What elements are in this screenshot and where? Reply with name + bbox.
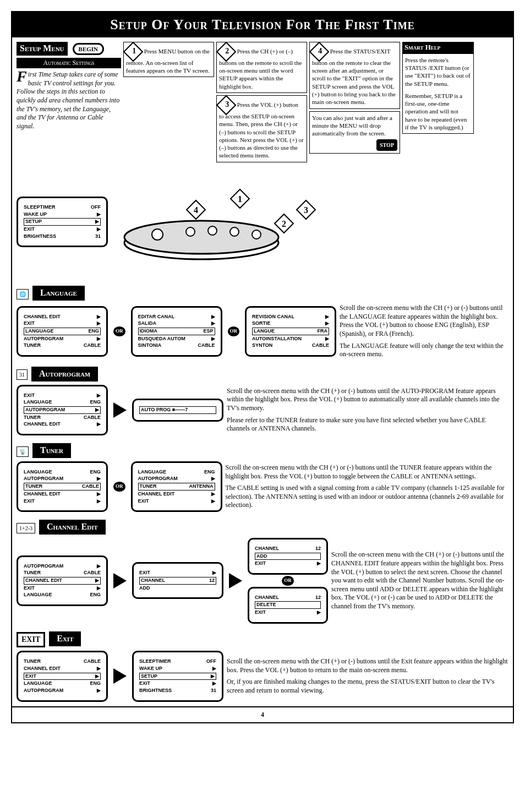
begin-badge: BEGIN <box>73 43 104 55</box>
channel-edit-screen-add: CHANNEL12 ADD EXIT▶ <box>248 538 328 575</box>
svg-point-2 <box>152 229 163 240</box>
autoprogram-title: Autoprogram <box>31 367 98 382</box>
autoprogram-screen-2: AUTO PROG ■——7 <box>132 399 223 422</box>
svg-point-5 <box>230 227 239 236</box>
autoprogram-icon: 31 <box>17 369 28 380</box>
tuner-title: Tuner <box>32 443 71 458</box>
channel-edit-screen-delete: CHANNEL12 DELETE EXIT▶ <box>248 587 328 624</box>
arrow-icon <box>229 573 242 588</box>
language-text-1: Scroll the on-screen menu with the CH (+… <box>340 304 508 338</box>
smart-help-title: Smart Help <box>402 42 474 53</box>
language-screen-esp: EDITAR CANAL▶ SALIDA▶ IDIOMAESP BUSQUEDA… <box>131 306 222 357</box>
tuner-text-2: The CABLE setting is used with a signal … <box>226 484 509 510</box>
svg-point-4 <box>208 226 217 235</box>
svg-text:1: 1 <box>238 194 242 204</box>
exit-screen-2: SLEEPTIMEROFF WAKE UP▶ SETUP▶ EXIT▶ BRIG… <box>132 651 223 701</box>
step-1-box: 1 Press MENU button on the remote. An on… <box>123 42 214 78</box>
svg-text:3: 3 <box>304 205 308 215</box>
page-number: 4 <box>12 706 513 723</box>
language-text-2: The LANGUAGE feature will only change th… <box>340 342 508 359</box>
language-icon: 🌐 <box>17 289 29 299</box>
exit-text-1: Scroll the on-screen menu with the CH (+… <box>227 657 508 674</box>
step-3-icon: 3 <box>216 95 237 116</box>
step-2-box: 2 Press the CH (+) or (–) buttons on the… <box>216 42 307 93</box>
exit-text-2: Or, if you are finished making changes t… <box>227 678 508 695</box>
exit-title: Exit <box>49 631 81 646</box>
svg-point-3 <box>186 227 195 236</box>
channel-edit-text: Scroll the on-screen menu with the CH (+… <box>331 551 508 611</box>
remote-illustration: 1 2 3 4 <box>113 171 333 273</box>
setup-menu-screen: SLEEPTIMEROFF WAKE UP▶ SETUP▶ EXIT▶ BRIG… <box>17 197 108 247</box>
or-badge: OR <box>282 576 294 586</box>
intro-text: First Time Setup takes care of some basi… <box>17 70 121 130</box>
language-title: Language <box>32 286 85 301</box>
arrow-icon <box>113 402 127 418</box>
channel-edit-screen-2: EXIT▶ CHANNEL12 ADD <box>132 562 223 599</box>
help-text-1: Press the remote's STATUS /EXIT button (… <box>405 56 471 88</box>
or-badge: OR <box>113 326 125 336</box>
exit-icon: EXIT <box>17 632 45 647</box>
tuner-screen-antenna: LANGUAGEENG AUTOPROGRAM▶ TUNERANTENNA CH… <box>131 461 222 512</box>
step-4-box: 4 Press the STATUS/EXIT button on the re… <box>309 42 400 109</box>
arrow-icon <box>113 573 127 588</box>
setup-menu-heading: Setup Menu <box>17 42 68 56</box>
autoprogram-text-1: Scroll the on-screen menu with the CH (+… <box>227 387 508 413</box>
page-title: Setup Of Your Television For The First T… <box>12 12 513 37</box>
svg-text:4: 4 <box>194 205 198 215</box>
help-text-2: Remember, SETUP is a first-use, one-time… <box>405 92 471 131</box>
tuner-text-1: Scroll the on-screen menu with the CH (+… <box>226 464 509 481</box>
tuner-icon: 📡 <box>17 446 29 457</box>
stop-badge: STOP <box>376 139 397 151</box>
svg-text:2: 2 <box>282 219 286 228</box>
arrow-icon <box>113 668 127 684</box>
exit-screen-1: TUNERCABLE CHANNEL EDIT▶ EXIT▶ LANGUAGEE… <box>17 651 108 701</box>
step-2-icon: 2 <box>216 41 237 62</box>
step-1-icon: 1 <box>123 41 144 62</box>
step-4-icon: 4 <box>309 41 330 62</box>
automatic-settings-heading: Automatic Settings <box>17 58 121 69</box>
autoprogram-text-2: Please refer to the TUNER feature to mak… <box>227 416 508 433</box>
language-screen-eng: CHANNEL EDIT▶ EXIT▶ LANGUAGEENG AUTOPROG… <box>17 306 108 357</box>
svg-point-6 <box>252 230 261 239</box>
step-3-box: 3 Press the VOL (+) button to access the… <box>216 95 307 162</box>
channel-edit-screen-1: AUTOPROGRAM▶ TUNERCABLE CHANNEL EDIT▶ EX… <box>17 555 108 606</box>
autoprogram-screen-1: EXIT▶ LANGUAGEENG AUTOPROGRAM▶ TUNERCABL… <box>17 385 108 435</box>
channel-edit-icon: 1+2-3 <box>17 523 35 533</box>
or-badge: OR <box>113 482 125 492</box>
step-4b-box: You can also just wait and after a minut… <box>309 111 400 154</box>
smart-help-box: Smart Help Press the remote's STATUS /EX… <box>402 42 474 134</box>
or-badge: OR <box>228 326 240 336</box>
channel-edit-title: Channel Edit <box>39 520 106 535</box>
language-screen-fra: REVISION CANAL▶ SORTIE▶ LANGUEFRA AUTOIN… <box>245 306 336 357</box>
tuner-screen-cable: LANGUAGEENG AUTOPROGRAM▶ TUNERCABLE CHAN… <box>17 461 108 512</box>
